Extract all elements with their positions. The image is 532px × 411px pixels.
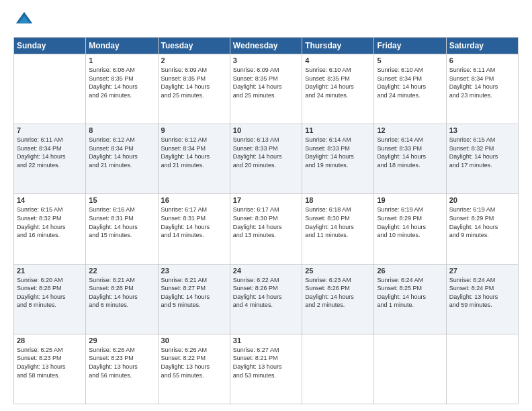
calendar-cell: 12Sunrise: 6:14 AM Sunset: 8:33 PM Dayli… <box>374 124 446 194</box>
calendar-cell: 19Sunrise: 6:19 AM Sunset: 8:29 PM Dayli… <box>374 194 446 264</box>
calendar-cell <box>446 334 518 404</box>
day-info: Sunrise: 6:12 AM Sunset: 8:34 PM Dayligh… <box>161 136 227 169</box>
calendar-cell: 6Sunrise: 6:11 AM Sunset: 8:34 PM Daylig… <box>446 54 518 124</box>
calendar-cell: 28Sunrise: 6:25 AM Sunset: 8:23 PM Dayli… <box>14 334 86 404</box>
weekday-header-wednesday: Wednesday <box>230 38 302 54</box>
calendar-cell: 25Sunrise: 6:23 AM Sunset: 8:26 PM Dayli… <box>302 264 374 334</box>
day-number: 23 <box>161 267 227 275</box>
logo <box>13 11 34 33</box>
weekday-header-tuesday: Tuesday <box>158 38 230 54</box>
logo-icon <box>15 11 34 30</box>
day-info: Sunrise: 6:17 AM Sunset: 8:31 PM Dayligh… <box>161 205 227 239</box>
day-number: 28 <box>17 336 83 345</box>
day-number: 17 <box>233 196 299 204</box>
day-info: Sunrise: 6:08 AM Sunset: 8:35 PM Dayligh… <box>89 66 154 99</box>
day-info: Sunrise: 6:15 AM Sunset: 8:32 PM Dayligh… <box>17 205 83 239</box>
day-number: 29 <box>89 336 154 345</box>
day-number: 27 <box>449 267 515 275</box>
calendar-cell: 5Sunrise: 6:10 AM Sunset: 8:34 PM Daylig… <box>374 54 446 124</box>
day-info: Sunrise: 6:21 AM Sunset: 8:27 PM Dayligh… <box>161 276 227 310</box>
calendar-cell: 7Sunrise: 6:11 AM Sunset: 8:34 PM Daylig… <box>14 124 86 194</box>
day-number: 18 <box>305 196 371 204</box>
weekday-header-row: SundayMondayTuesdayWednesdayThursdayFrid… <box>14 38 519 54</box>
day-info: Sunrise: 6:19 AM Sunset: 8:29 PM Dayligh… <box>377 205 443 239</box>
calendar-cell: 4Sunrise: 6:10 AM Sunset: 8:35 PM Daylig… <box>302 54 374 124</box>
weekday-header-sunday: Sunday <box>14 38 86 54</box>
weekday-header-friday: Friday <box>374 38 446 54</box>
day-number: 15 <box>89 196 154 204</box>
day-info: Sunrise: 6:17 AM Sunset: 8:30 PM Dayligh… <box>233 205 299 239</box>
calendar-cell: 8Sunrise: 6:12 AM Sunset: 8:34 PM Daylig… <box>86 124 158 194</box>
day-info: Sunrise: 6:26 AM Sunset: 8:22 PM Dayligh… <box>161 346 227 379</box>
calendar-cell: 30Sunrise: 6:26 AM Sunset: 8:22 PM Dayli… <box>158 334 230 404</box>
calendar-cell: 29Sunrise: 6:26 AM Sunset: 8:23 PM Dayli… <box>86 334 158 404</box>
week-row-2: 7Sunrise: 6:11 AM Sunset: 8:34 PM Daylig… <box>14 124 519 194</box>
day-info: Sunrise: 6:13 AM Sunset: 8:33 PM Dayligh… <box>233 136 299 169</box>
day-number: 24 <box>233 267 299 275</box>
weekday-header-saturday: Saturday <box>446 38 518 54</box>
calendar-cell: 21Sunrise: 6:20 AM Sunset: 8:28 PM Dayli… <box>14 264 86 334</box>
day-number: 11 <box>305 126 371 134</box>
day-number: 6 <box>449 56 515 64</box>
day-info: Sunrise: 6:25 AM Sunset: 8:23 PM Dayligh… <box>17 346 83 379</box>
day-info: Sunrise: 6:14 AM Sunset: 8:33 PM Dayligh… <box>377 136 443 169</box>
calendar-cell: 10Sunrise: 6:13 AM Sunset: 8:33 PM Dayli… <box>230 124 302 194</box>
day-info: Sunrise: 6:15 AM Sunset: 8:32 PM Dayligh… <box>449 136 515 169</box>
calendar-cell: 24Sunrise: 6:22 AM Sunset: 8:26 PM Dayli… <box>230 264 302 334</box>
calendar-cell <box>14 54 86 124</box>
day-number: 14 <box>17 196 83 204</box>
day-number: 12 <box>377 126 443 134</box>
day-info: Sunrise: 6:22 AM Sunset: 8:26 PM Dayligh… <box>233 276 299 310</box>
day-number: 16 <box>161 196 227 204</box>
calendar-cell: 23Sunrise: 6:21 AM Sunset: 8:27 PM Dayli… <box>158 264 230 334</box>
week-row-5: 28Sunrise: 6:25 AM Sunset: 8:23 PM Dayli… <box>14 334 519 404</box>
calendar-cell: 27Sunrise: 6:24 AM Sunset: 8:24 PM Dayli… <box>446 264 518 334</box>
day-number: 2 <box>161 56 227 64</box>
weekday-header-thursday: Thursday <box>302 38 374 54</box>
calendar-cell: 9Sunrise: 6:12 AM Sunset: 8:34 PM Daylig… <box>158 124 230 194</box>
day-info: Sunrise: 6:21 AM Sunset: 8:28 PM Dayligh… <box>89 276 154 310</box>
day-info: Sunrise: 6:11 AM Sunset: 8:34 PM Dayligh… <box>449 66 515 99</box>
day-info: Sunrise: 6:10 AM Sunset: 8:34 PM Dayligh… <box>377 66 443 99</box>
day-info: Sunrise: 6:26 AM Sunset: 8:23 PM Dayligh… <box>89 346 154 379</box>
day-number: 8 <box>89 126 154 134</box>
calendar-cell: 26Sunrise: 6:24 AM Sunset: 8:25 PM Dayli… <box>374 264 446 334</box>
weekday-header-monday: Monday <box>86 38 158 54</box>
calendar-cell: 2Sunrise: 6:09 AM Sunset: 8:35 PM Daylig… <box>158 54 230 124</box>
week-row-1: 1Sunrise: 6:08 AM Sunset: 8:35 PM Daylig… <box>14 54 519 124</box>
day-info: Sunrise: 6:14 AM Sunset: 8:33 PM Dayligh… <box>305 136 371 169</box>
day-info: Sunrise: 6:11 AM Sunset: 8:34 PM Dayligh… <box>17 136 83 169</box>
day-number: 19 <box>377 196 443 204</box>
calendar-cell: 11Sunrise: 6:14 AM Sunset: 8:33 PM Dayli… <box>302 124 374 194</box>
day-info: Sunrise: 6:24 AM Sunset: 8:25 PM Dayligh… <box>377 276 443 310</box>
calendar-cell <box>374 334 446 404</box>
calendar-cell: 1Sunrise: 6:08 AM Sunset: 8:35 PM Daylig… <box>86 54 158 124</box>
calendar-cell: 16Sunrise: 6:17 AM Sunset: 8:31 PM Dayli… <box>158 194 230 264</box>
day-number: 10 <box>233 126 299 134</box>
day-info: Sunrise: 6:10 AM Sunset: 8:35 PM Dayligh… <box>305 66 371 99</box>
day-number: 7 <box>17 126 83 134</box>
day-number: 13 <box>449 126 515 134</box>
calendar-cell: 15Sunrise: 6:16 AM Sunset: 8:31 PM Dayli… <box>86 194 158 264</box>
day-number: 3 <box>233 56 299 64</box>
day-info: Sunrise: 6:20 AM Sunset: 8:28 PM Dayligh… <box>17 276 83 310</box>
calendar-page: SundayMondayTuesdayWednesdayThursdayFrid… <box>0 0 532 411</box>
day-number: 5 <box>377 56 443 64</box>
day-info: Sunrise: 6:19 AM Sunset: 8:29 PM Dayligh… <box>449 205 515 239</box>
week-row-3: 14Sunrise: 6:15 AM Sunset: 8:32 PM Dayli… <box>14 194 519 264</box>
day-number: 20 <box>449 196 515 204</box>
calendar-cell: 3Sunrise: 6:09 AM Sunset: 8:35 PM Daylig… <box>230 54 302 124</box>
day-number: 26 <box>377 267 443 275</box>
calendar-cell <box>302 334 374 404</box>
day-number: 30 <box>161 336 227 345</box>
day-info: Sunrise: 6:09 AM Sunset: 8:35 PM Dayligh… <box>233 66 299 99</box>
day-info: Sunrise: 6:16 AM Sunset: 8:31 PM Dayligh… <box>89 205 154 239</box>
calendar-cell: 22Sunrise: 6:21 AM Sunset: 8:28 PM Dayli… <box>86 264 158 334</box>
calendar-table: SundayMondayTuesdayWednesdayThursdayFrid… <box>13 37 519 404</box>
day-number: 4 <box>305 56 371 64</box>
week-row-4: 21Sunrise: 6:20 AM Sunset: 8:28 PM Dayli… <box>14 264 519 334</box>
header <box>13 11 519 33</box>
calendar-cell: 31Sunrise: 6:27 AM Sunset: 8:21 PM Dayli… <box>230 334 302 404</box>
day-number: 31 <box>233 336 299 345</box>
calendar-cell: 13Sunrise: 6:15 AM Sunset: 8:32 PM Dayli… <box>446 124 518 194</box>
